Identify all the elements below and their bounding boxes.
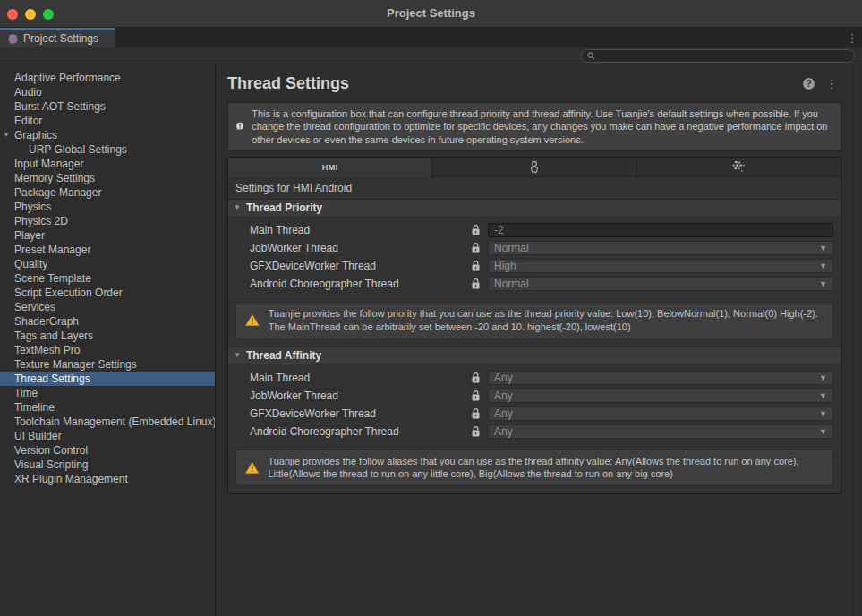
foldout-triangle-icon[interactable]: ▼ [234,351,241,359]
settings-row: Android Choreographer Thread Any [228,423,841,441]
sidebar-item[interactable]: ▼ ShaderGraph [0,314,215,329]
sidebar-item[interactable]: ▼ Visual Scripting [0,458,215,472]
split-body: ▼ Adaptive Performance ▼ Audio ▼ Burst A… [0,64,862,616]
search-icon [587,52,595,60]
lock-icon[interactable] [470,372,481,383]
lock-icon[interactable] [470,243,481,253]
row-label: GFXDeviceWorker Thread [250,260,470,272]
openharmony-dots-icon [730,160,747,173]
tab-openharmony[interactable] [637,158,841,177]
sidebar-item-label: URP Global Settings [29,143,127,156]
sidebar-item[interactable]: ▼ Adaptive Performance [0,71,215,85]
help-icon[interactable]: ? [803,78,815,90]
pane-menu-icon[interactable]: ⋮ [822,77,841,90]
row-label: JobWorker Thread [250,389,470,402]
sidebar-item[interactable]: ▼ Editor [0,114,215,128]
settings-for-label: Settings for HMI Android [228,177,841,199]
sidebar-item[interactable]: ▼ UI Builder [0,429,215,443]
search-box[interactable] [581,49,855,63]
section-title: Thread Affinity [246,349,321,362]
row-label: Main Thread [250,372,470,384]
sidebar-item[interactable]: ▼ Graphics [0,128,215,142]
search-input[interactable] [599,50,849,61]
value-dropdown[interactable]: High▼ [488,259,833,273]
platform-settings-group: HMI [227,157,841,494]
value-dropdown[interactable]: Normal▼ [488,241,833,255]
thread-settings-pane: Thread Settings ? ⋮ This is a configurat… [216,64,862,616]
settings-category-sidebar: ▼ Adaptive Performance ▼ Audio ▼ Burst A… [0,64,216,616]
sidebar-item[interactable]: ▼ Services [0,300,215,314]
sidebar-item[interactable]: ▼ URP Global Settings [0,142,215,157]
sidebar-item[interactable]: ▼ Tags and Layers [0,329,215,343]
sidebar-item[interactable]: ▼ Package Manager [0,185,215,200]
sidebar-item-label: Preset Manager [14,244,90,256]
sidebar-item[interactable]: ▼ Quality [0,257,215,271]
sidebar-item-label: Physics [14,201,51,213]
value-input[interactable]: -2 [488,223,833,237]
sidebar-item[interactable]: ▼ Scene Template [0,271,215,286]
info-box: This is a configuration box that can con… [227,102,841,151]
foldout-triangle-icon[interactable]: ▼ [234,203,241,211]
info-text: This is a configuration box that can con… [252,107,833,146]
lock-icon[interactable] [470,225,481,235]
sidebar-item[interactable]: ▼ Audio [0,85,215,99]
value-dropdown[interactable]: Any▼ [488,371,833,385]
row-label: JobWorker Thread [250,242,470,254]
sidebar-item[interactable]: ▼ Thread Settings [0,372,215,386]
priority-warning-box: Tuanjie provides the follow priority tha… [235,302,833,339]
vertical-scrollbar[interactable] [853,64,862,616]
sidebar-item[interactable]: ▼ Version Control [0,443,215,458]
tab-project-settings[interactable]: Project Settings [0,28,115,47]
priority-warning-text: Tuanjie provides the follow priority tha… [269,307,824,334]
thread-priority-header[interactable]: ▼ Thread Priority [228,199,841,216]
expander-triangle-icon[interactable]: ▼ [3,128,10,142]
sidebar-item[interactable]: ▼ TextMesh Pro [0,343,215,357]
sidebar-item[interactable]: ▼ Script Execution Order [0,286,215,300]
lock-icon[interactable] [470,261,481,271]
row-label: Android Choreographer Thread [250,425,470,438]
settings-row: JobWorker Thread Any Any▼ [228,387,841,405]
settings-row: Main Thread -2 -2▼ [228,221,841,239]
sidebar-item[interactable]: ▼ Burst AOT Settings [0,99,215,114]
sidebar-item-label: Thread Settings [14,372,90,385]
sidebar-item[interactable]: ▼ Player [0,228,215,243]
sidebar-item[interactable]: ▼ Physics 2D [0,214,215,228]
tab-android[interactable] [432,158,636,177]
sidebar-item[interactable]: ▼ Physics [0,200,215,214]
sidebar-item[interactable]: ▼ Preset Manager [0,243,215,257]
lock-icon[interactable] [470,278,481,289]
lock-icon[interactable] [470,390,481,401]
row-label: GFXDeviceWorker Thread [250,407,470,420]
sidebar-item-label: Scene Template [14,272,91,285]
sidebar-item[interactable]: ▼ Toolchain Management (Embedded Linux) [0,415,215,429]
value-dropdown[interactable]: Any▼ [488,424,833,439]
sidebar-item-label: TextMesh Pro [14,344,80,356]
value-dropdown[interactable]: Any▼ [488,406,833,421]
sidebar-item-label: ShaderGraph [14,315,79,328]
thread-affinity-header[interactable]: ▼ Thread Affinity [228,346,841,364]
lock-icon[interactable] [470,426,481,437]
tab-strip-menu-icon[interactable]: ⋮ [842,28,862,47]
chevron-down-icon: ▼ [819,427,827,436]
sidebar-item-label: Input Manager [14,158,83,170]
sidebar-item[interactable]: ▼ XR Plugin Management [0,472,215,486]
chevron-down-icon: ▼ [819,391,827,400]
settings-row: Main Thread Any Any▼ [228,369,841,387]
sidebar-item[interactable]: ▼ Memory Settings [0,171,215,185]
value-dropdown[interactable]: Normal▼ [488,277,833,291]
sidebar-item-label: Time [14,387,38,399]
tab-strip-filler [115,28,842,47]
row-label: Android Choreographer Thread [250,278,470,290]
sidebar-item-label: Package Manager [14,186,101,199]
sidebar-item[interactable]: ▼ Timeline [0,400,215,415]
lock-icon[interactable] [470,408,481,419]
row-label: Main Thread [250,224,470,236]
sidebar-item-label: Adaptive Performance [14,72,121,84]
tab-hmi[interactable]: HMI [228,158,432,177]
value-dropdown[interactable]: Any▼ [488,389,833,403]
sidebar-item[interactable]: ▼ Input Manager [0,157,215,171]
android-robot-icon [528,160,541,174]
sidebar-item-label: Physics 2D [14,215,68,227]
sidebar-item[interactable]: ▼ Time [0,386,215,400]
sidebar-item[interactable]: ▼ Texture Manager Settings [0,357,215,372]
